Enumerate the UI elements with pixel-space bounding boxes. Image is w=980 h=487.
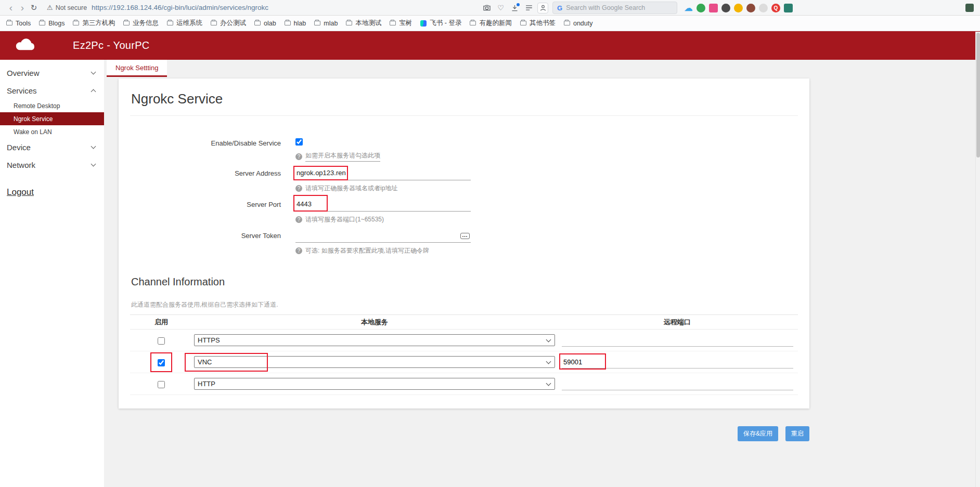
bookmark-item[interactable]: Blogs [39,20,65,27]
help-icon [295,216,302,223]
folder-icon [211,21,217,25]
extension-icon[interactable] [709,4,718,12]
bookmark-label: olab [264,20,276,27]
warning-icon: ⚠ [47,4,53,11]
bookmark-item[interactable]: 有趣的新闻 [470,19,512,28]
favorites-heart-icon[interactable]: ♡ [495,3,506,14]
server-token-help: 可选: 如服务器要求配置此项,请填写正确令牌 [295,246,798,255]
extension-icon[interactable] [746,4,755,12]
url-text[interactable]: https://192.168.124.46/cgi-bin/luci/admi… [92,4,268,11]
bookmark-label: 办公测试 [220,19,246,28]
bookmark-label: 业务信息 [133,19,159,28]
local-service-select-wrap: HTTPS [194,334,555,346]
profile-icon[interactable] [537,3,548,14]
help-icon [295,247,302,254]
bookmark-item[interactable]: 第三方机构 [73,19,115,28]
extension-icon[interactable] [734,4,743,12]
bookmark-item[interactable]: hlab [285,20,306,27]
channel-enable-checkbox-http[interactable] [158,381,165,388]
tab-ngrok-setting[interactable]: Ngrok Settting [107,60,167,77]
bookmark-item[interactable]: 宝树 [390,19,412,28]
bookmark-item[interactable]: 本地测试 [346,19,381,28]
sidebar-item-wake-on-lan[interactable]: Wake on LAN [0,125,104,138]
reload-icon[interactable]: ↻ [28,1,40,15]
sidebar-item-label: Overview [7,69,40,77]
extension-cloud-icon[interactable]: ☁ [684,4,693,12]
bookmark-item[interactable]: olab [254,20,276,27]
bookmark-item[interactable]: 办公测试 [211,19,246,28]
extension-icon[interactable] [721,4,730,12]
sidebar: Overview Services Remote Desktop Ngrok S… [0,60,104,487]
col-header-local-service: 本地服务 [192,315,557,329]
channel-enable-checkbox-vnc[interactable] [158,359,165,366]
extensions-cluster: ☁ Q [684,0,793,16]
browser-search-input[interactable] [566,4,673,11]
screenshot-icon[interactable] [481,3,492,14]
server-address-input[interactable] [295,167,471,180]
col-header-remote-port: 远程端口 [557,315,798,329]
scrollbar-thumb[interactable] [976,33,980,157]
channel-table: 启用 本地服务 远程端口 HTTPS [130,314,798,395]
sidebar-item-remote-desktop[interactable]: Remote Desktop [0,99,104,112]
browser-toolbar: ‹ › ↻ ⚠ Not secure https://192.168.124.4… [0,0,980,16]
bookmark-label: 第三方机构 [82,19,115,28]
forward-icon[interactable]: › [17,1,28,15]
app-title: Ez2Pc - YourPC [73,40,150,51]
extension-icon[interactable] [759,4,768,12]
logout-link[interactable]: Logout [7,187,34,198]
extension-icon[interactable]: Q [771,4,780,12]
sidebar-item-label: Network [7,161,35,169]
bookmark-label: onduty [573,20,593,27]
chevron-down-icon [91,70,96,75]
folder-icon [470,21,476,25]
bookmark-item[interactable]: onduty [564,20,593,27]
local-service-select-vnc[interactable]: VNC [194,356,555,368]
bookmark-item[interactable]: 其他书签 [520,19,556,28]
folder-icon [346,21,352,25]
bookmark-item[interactable]: 业务信息 [123,19,159,28]
folder-icon [73,21,79,25]
enable-service-checkbox[interactable] [295,138,303,146]
password-reveal-icon[interactable] [460,233,470,239]
bookmark-label: 本地测试 [355,19,381,28]
table-row: HTTPS [130,330,798,351]
remote-port-input-vnc[interactable] [562,356,793,368]
save-apply-button[interactable]: 保存&应用 [738,426,778,441]
security-indicator[interactable]: ⚠ Not secure [47,4,87,11]
download-icon[interactable] [509,3,520,14]
extension-icon[interactable] [784,4,793,12]
bookmark-item[interactable]: mlab [314,20,338,27]
server-port-input[interactable] [295,198,471,211]
bookmark-item[interactable]: 运维系统 [167,19,202,28]
bookmark-item[interactable]: Tools [6,20,31,27]
sidebar-item-label: Ngrok Service [14,115,53,123]
page-scrollbar[interactable] [975,32,980,487]
sidebar-item-services[interactable]: Services [0,82,104,99]
browser-search[interactable]: G [552,2,677,14]
restart-button[interactable]: 重启 [785,426,809,441]
sidebar-item-device[interactable]: Device [0,138,104,156]
back-icon[interactable]: ‹ [5,1,17,15]
bookmark-item-feishu[interactable]: 飞书 - 登录 [420,19,461,28]
bookmark-label: 飞书 - 登录 [430,19,461,28]
extension-icon[interactable] [697,4,705,12]
bookmark-label: 运维系统 [176,19,202,28]
remote-port-input-https[interactable] [562,334,793,347]
sidebar-item-label: Services [7,86,37,95]
folder-icon [167,21,173,25]
reading-list-icon[interactable] [523,3,534,14]
help-icon [295,185,302,192]
sidebar-item-overview[interactable]: Overview [0,64,104,82]
local-service-select-http[interactable]: HTTP [194,378,555,390]
extension-icon[interactable] [965,4,974,12]
table-row: VNC [130,351,798,373]
folder-icon [314,21,320,25]
sidebar-item-ngrok-service[interactable]: Ngrok Service [0,112,104,125]
sidebar-item-network[interactable]: Network [0,156,104,174]
server-token-input[interactable] [295,229,471,242]
channel-enable-checkbox-https[interactable] [158,337,165,345]
local-service-select-https[interactable]: HTTPS [194,334,555,346]
server-port-label: Server Port [130,198,281,229]
remote-port-input-http[interactable] [562,378,793,390]
bookmark-label: Tools [16,20,31,27]
